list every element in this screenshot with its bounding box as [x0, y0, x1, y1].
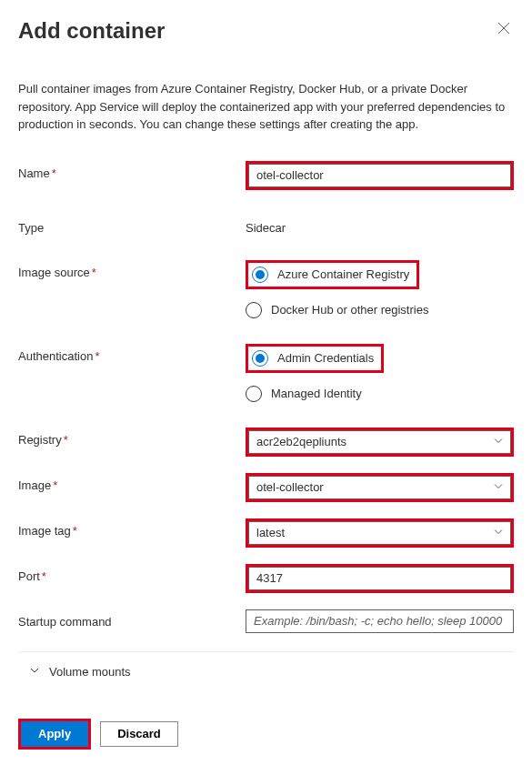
close-button[interactable]	[494, 18, 514, 41]
panel-description: Pull container images from Azure Contain…	[18, 80, 514, 134]
row-authentication: Authentication* Admin Credentials Manage…	[18, 344, 514, 402]
row-port: Port*	[18, 564, 514, 593]
footer: Apply Discard	[18, 719, 514, 750]
apply-button[interactable]: Apply	[21, 721, 88, 747]
startup-command-input[interactable]	[246, 609, 514, 633]
highlight-auth-admin: Admin Credentials	[246, 344, 384, 373]
port-input[interactable]	[248, 567, 511, 590]
highlight-image-tag: latest	[246, 518, 514, 548]
row-image-source: Image source* Azure Container Registry D…	[18, 260, 514, 318]
label-name: Name*	[18, 161, 246, 180]
image-source-radio-group: Azure Container Registry Docker Hub or o…	[246, 260, 514, 318]
row-image: Image* otel-collector	[18, 473, 514, 502]
row-registry: Registry* acr2eb2qepliunts	[18, 428, 514, 457]
close-icon	[497, 24, 510, 37]
required-indicator: *	[53, 478, 57, 492]
required-indicator: *	[42, 569, 46, 583]
required-indicator: *	[95, 349, 99, 363]
section-divider	[18, 651, 514, 652]
required-indicator: *	[64, 433, 68, 447]
radio-icon	[246, 386, 262, 402]
radio-label: Azure Container Registry	[277, 267, 409, 281]
volume-mounts-expander[interactable]: Volume mounts	[29, 665, 514, 679]
label-authentication: Authentication*	[18, 344, 246, 363]
discard-button[interactable]: Discard	[100, 721, 178, 747]
row-type: Type Sidecar	[18, 216, 514, 235]
chevron-down-icon	[29, 665, 40, 679]
radio-label: Docker Hub or other registries	[271, 303, 428, 317]
row-startup-command: Startup command	[18, 609, 514, 633]
highlight-image-source-acr: Azure Container Registry	[246, 260, 419, 289]
highlight-apply: Apply	[18, 719, 91, 750]
radio-icon	[252, 267, 268, 283]
highlight-name	[246, 161, 514, 190]
highlight-registry: acr2eb2qepliunts	[246, 428, 514, 457]
radio-docker-hub[interactable]: Docker Hub or other registries	[246, 302, 514, 318]
label-image-tag: Image tag*	[18, 518, 246, 538]
highlight-image: otel-collector	[246, 473, 514, 502]
radio-admin-credentials[interactable]: Admin Credentials	[252, 350, 374, 367]
image-tag-select[interactable]: latest	[248, 521, 511, 545]
page-title: Add container	[18, 18, 165, 44]
required-indicator: *	[73, 524, 77, 538]
radio-icon	[252, 350, 268, 367]
label-port: Port*	[18, 564, 246, 583]
required-indicator: *	[92, 266, 96, 279]
radio-managed-identity[interactable]: Managed Identity	[246, 386, 514, 402]
label-image-source: Image source*	[18, 260, 246, 279]
label-image: Image*	[18, 473, 246, 492]
row-image-tag: Image tag* latest	[18, 518, 514, 548]
radio-icon	[246, 302, 262, 318]
type-value: Sidecar	[246, 216, 514, 235]
required-indicator: *	[52, 166, 56, 180]
label-registry: Registry*	[18, 428, 246, 447]
highlight-port	[246, 564, 514, 593]
registry-select[interactable]: acr2eb2qepliunts	[248, 430, 511, 454]
authentication-radio-group: Admin Credentials Managed Identity	[246, 344, 514, 402]
radio-label: Admin Credentials	[277, 351, 374, 365]
label-startup-command: Startup command	[18, 609, 246, 629]
label-type: Type	[18, 216, 246, 235]
radio-label: Managed Identity	[271, 387, 362, 400]
image-select[interactable]: otel-collector	[248, 476, 511, 499]
panel-header: Add container	[18, 18, 514, 44]
radio-azure-container-registry[interactable]: Azure Container Registry	[252, 267, 409, 283]
row-name: Name*	[18, 161, 514, 190]
name-input[interactable]	[248, 164, 511, 187]
expander-label: Volume mounts	[49, 665, 131, 679]
